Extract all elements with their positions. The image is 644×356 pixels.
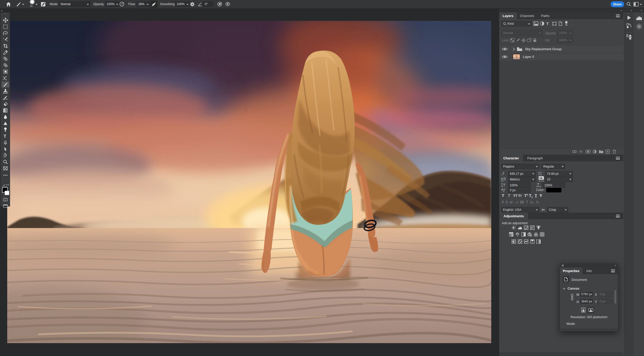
svg-text:VA: VA (539, 177, 543, 180)
svg-text:A: A (504, 177, 506, 181)
svg-text:A: A (501, 188, 503, 192)
svg-text:T: T (502, 172, 504, 176)
svg-text:a: a (504, 188, 505, 190)
svg-text:T: T (503, 183, 505, 187)
svg-text:T: T (4, 134, 6, 138)
svg-text:V: V (501, 177, 503, 181)
svg-text:A: A (540, 174, 542, 176)
svg-text:T: T (537, 183, 539, 187)
svg-text:T: T (501, 174, 503, 176)
